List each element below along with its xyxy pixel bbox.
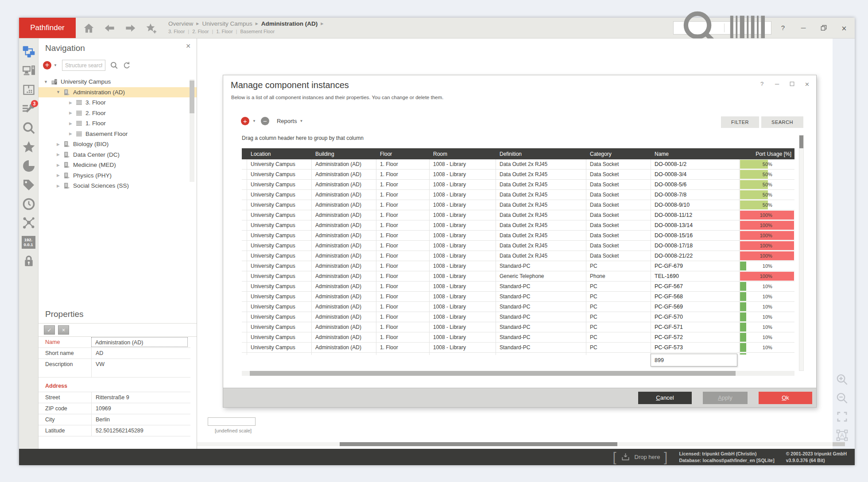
table-row[interactable]: University CampusAdministration (AD)1. F…: [242, 312, 794, 322]
scrollbar-thumb[interactable]: [799, 135, 803, 148]
workstation-icon[interactable]: [22, 64, 36, 78]
column-header-name[interactable]: Name: [651, 151, 740, 157]
tree-item[interactable]: ▶3. Floor: [39, 97, 197, 108]
expand-arrow-icon[interactable]: ▶: [68, 111, 74, 115]
scrollbar-thumb[interactable]: [190, 81, 194, 113]
column-header-floor[interactable]: Floor: [376, 151, 430, 157]
tree-item[interactable]: ▶Social Sciences (SS): [39, 181, 197, 191]
expand-arrow-icon[interactable]: ▶: [55, 163, 61, 167]
tree-item[interactable]: ▶Biology (BIO): [39, 139, 197, 150]
refresh-icon[interactable]: [123, 61, 131, 69]
table-row[interactable]: University CampusAdministration (AD)1. F…: [242, 343, 794, 353]
reports-dropdown[interactable]: Reports ▼: [277, 118, 303, 124]
tree-item[interactable]: ▶1. Floor: [39, 118, 197, 129]
tag-icon[interactable]: [22, 178, 36, 192]
minimize-icon[interactable]: ─: [800, 24, 807, 31]
property-value[interactable]: 10969: [91, 403, 190, 414]
table-row[interactable]: University CampusAdministration (AD)1. F…: [242, 210, 794, 220]
column-header-definition[interactable]: Definition: [496, 151, 586, 157]
help-icon[interactable]: ?: [779, 24, 787, 31]
floorplan-icon[interactable]: [22, 83, 36, 97]
table-row[interactable]: University CampusAdministration (AD)1. F…: [242, 332, 794, 343]
expand-arrow-icon[interactable]: ▶: [55, 152, 61, 157]
expand-arrow-icon[interactable]: ▶: [68, 131, 74, 136]
ip-address-icon[interactable]: 192.0.0.1: [22, 235, 36, 249]
property-value[interactable]: Ritterstraße 9: [91, 392, 190, 403]
favorite-add-icon[interactable]: [145, 22, 157, 34]
table-row[interactable]: University CampusAdministration (AD)1. F…: [242, 220, 794, 231]
clock-icon[interactable]: [22, 197, 36, 211]
hierarchy-icon[interactable]: [22, 45, 36, 59]
tree-item[interactable]: ▶Data Center (DC): [39, 150, 197, 160]
help-icon[interactable]: ?: [759, 81, 765, 87]
table-row[interactable]: University CampusAdministration (AD)1. F…: [242, 200, 794, 210]
tree-item[interactable]: ▶Medicine (MED): [39, 160, 197, 170]
global-search[interactable]: [673, 21, 771, 35]
table-row[interactable]: University CampusAdministration (AD)1. F…: [242, 271, 794, 281]
table-row[interactable]: University CampusAdministration (AD)1. F…: [242, 170, 794, 180]
property-value[interactable]: AD: [91, 348, 190, 359]
close-icon[interactable]: ×: [185, 42, 191, 48]
expand-arrow-icon[interactable]: ▶: [55, 184, 61, 188]
ok-button[interactable]: Ok: [759, 392, 812, 404]
back-icon[interactable]: [104, 22, 116, 34]
add-structure-button[interactable]: +: [43, 61, 51, 69]
structure-search-input[interactable]: [62, 60, 105, 71]
app-logo[interactable]: Pathfinder: [19, 18, 76, 38]
column-header-port-usage-[interactable]: Port Usage [%]: [740, 151, 794, 157]
maximize-icon[interactable]: [789, 81, 795, 87]
table-row[interactable]: University CampusAdministration (AD)1. F…: [242, 241, 794, 251]
expand-arrow-icon[interactable]: ▶: [68, 100, 74, 105]
expand-arrow-icon[interactable]: ▶: [55, 173, 61, 177]
table-row[interactable]: University CampusAdministration (AD)1. F…: [242, 302, 794, 312]
breadcrumb-floor[interactable]: 2. Floor: [192, 29, 209, 34]
drop-here-target[interactable]: [ Drop here ]: [612, 451, 667, 463]
chevron-down-icon[interactable]: ▼: [54, 63, 57, 67]
column-header-location[interactable]: Location: [247, 151, 312, 157]
column-header-building[interactable]: Building: [312, 151, 376, 157]
scrollbar-thumb[interactable]: [250, 371, 736, 376]
filter-button[interactable]: FILTER: [721, 116, 759, 128]
search-icon[interactable]: [110, 61, 118, 69]
network-icon[interactable]: [22, 216, 36, 230]
table-row[interactable]: University CampusAdministration (AD)1. F…: [242, 322, 794, 332]
apply-button[interactable]: Apply: [703, 392, 748, 404]
table-horizontal-scrollbar[interactable]: [242, 371, 794, 376]
tree-item[interactable]: ▼University Campus: [39, 77, 197, 87]
search-button[interactable]: SEARCH: [761, 116, 803, 128]
table-row[interactable]: University CampusAdministration (AD)1. F…: [242, 180, 794, 190]
breadcrumb-floor[interactable]: 1. Floor: [216, 29, 232, 34]
forward-icon[interactable]: [124, 22, 136, 34]
table-row[interactable]: University CampusAdministration (AD)1. F…: [242, 159, 794, 170]
fit-screen-icon[interactable]: [836, 410, 849, 423]
zoom-out-icon[interactable]: [836, 392, 849, 405]
close-icon[interactable]: ×: [841, 24, 848, 31]
home-icon[interactable]: [83, 22, 95, 34]
property-value[interactable]: Berlin: [91, 414, 190, 425]
breadcrumb-item[interactable]: Overview: [168, 20, 193, 27]
collapse-arrow-icon[interactable]: ▼: [43, 80, 49, 84]
chevron-down-icon[interactable]: ▼: [252, 119, 256, 123]
zoom-in-icon[interactable]: [836, 373, 849, 386]
close-icon[interactable]: ×: [804, 81, 810, 87]
remove-instance-button[interactable]: −: [261, 117, 269, 125]
collapse-arrow-icon[interactable]: ▼: [55, 90, 61, 94]
search-icon[interactable]: [22, 121, 36, 135]
star-icon[interactable]: [22, 140, 36, 154]
table-row[interactable]: University CampusAdministration (AD)1. F…: [242, 281, 794, 292]
scrollbar-thumb[interactable]: [340, 442, 617, 446]
pie-chart-icon[interactable]: [22, 159, 36, 173]
cancel-x-icon[interactable]: ×: [58, 325, 69, 335]
tree-item[interactable]: ▼Administration (AD): [39, 87, 197, 98]
table-row[interactable]: University CampusAdministration (AD)1. F…: [242, 251, 794, 261]
inline-edit-box[interactable]: 899: [651, 354, 737, 366]
table-row[interactable]: University CampusAdministration (AD)1. F…: [242, 292, 794, 302]
property-value[interactable]: 52.5012562145289: [91, 425, 190, 436]
table-row[interactable]: University CampusAdministration (AD)1. F…: [242, 231, 794, 241]
properties-scrollbar[interactable]: [190, 79, 194, 182]
breadcrumb-floor[interactable]: Basement Floor: [240, 29, 275, 34]
expand-arrow-icon[interactable]: ▶: [68, 121, 74, 126]
column-header-room[interactable]: Room: [430, 151, 496, 157]
table-vertical-scrollbar[interactable]: [799, 135, 804, 371]
lock-icon[interactable]: [22, 254, 36, 268]
